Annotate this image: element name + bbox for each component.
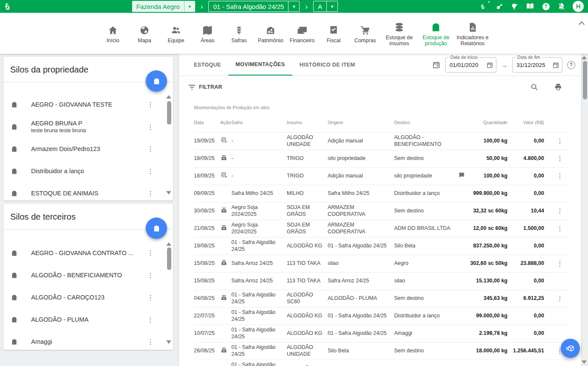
kebab-menu[interactable]	[147, 166, 154, 176]
calendar-icon[interactable]	[552, 61, 559, 69]
silo-list-item[interactable]: ESTOQUE DE ANIMAIS	[3, 182, 166, 199]
action-icon-cell	[220, 279, 231, 283]
kebab-menu[interactable]	[147, 315, 154, 324]
key-icon[interactable]	[494, 2, 503, 11]
nav-item-patrimonio[interactable]: Patrimônio	[255, 23, 286, 44]
filter-row: FILTRAR	[179, 76, 581, 98]
kebab-menu[interactable]	[556, 171, 564, 181]
silo-list-item[interactable]: Distribuidor a lanço	[3, 160, 166, 182]
kebab-menu[interactable]	[556, 137, 564, 146]
lightbulb-tips-icon[interactable]	[510, 2, 519, 11]
kebab-menu[interactable]	[556, 206, 564, 216]
silo-icon	[10, 338, 18, 346]
home-icon	[107, 23, 118, 36]
nav-item-estoque-producao[interactable]: Estoque de produção	[418, 20, 454, 46]
new-aegro-item-icon[interactable]: ∂+	[478, 2, 487, 11]
receipt-icon	[328, 23, 339, 36]
silo-list-item[interactable]: AEGRO BRUNA P teste bruna teste bruna	[3, 116, 166, 138]
unit-select[interactable]: A	[313, 1, 338, 12]
kebab-menu[interactable]	[556, 154, 564, 163]
kebab-menu[interactable]	[147, 100, 154, 109]
silo-list-item[interactable]: ALGODÃO - CAROÇO123	[3, 286, 166, 308]
print-icon[interactable]	[554, 83, 562, 91]
help-icon[interactable]	[541, 2, 551, 11]
table-row: 22/07/25 01 - Safra Algodão 24/25 ALGODÃ…	[194, 307, 569, 325]
kebab-menu[interactable]	[147, 270, 154, 280]
silo-list-item[interactable]: Amaggi	[3, 331, 166, 348]
silo-list-item[interactable]: AEGRO - GIOVANNA TESTE	[3, 93, 166, 116]
aegro-logo-icon: ∂	[5, 2, 9, 11]
table-row: 18/09/25 - TRIGO Adição manual silo prop…	[194, 167, 569, 185]
scroll-up-icon[interactable]	[166, 95, 171, 99]
table-row: 19/09/25 - ALGODÃO UNIDADE Adição manual…	[194, 132, 569, 150]
silo-list-item[interactable]: ALGODÃO - BENEFICIAMENTO	[3, 264, 166, 286]
scale-icon	[220, 154, 228, 161]
comment-icon	[458, 171, 465, 179]
nav-item-inicio[interactable]: Início	[97, 23, 129, 44]
nav-item-safras[interactable]: Safras	[223, 23, 255, 44]
chevron-down-icon[interactable]	[184, 1, 195, 12]
filter-icon	[188, 84, 196, 90]
season-select[interactable]: 01 - Safra Algodão 24/25	[208, 1, 300, 12]
tab-estoque[interactable]: ESTOQUE	[187, 54, 228, 76]
scroll-down-icon[interactable]	[582, 360, 587, 364]
tab-movimentacoes[interactable]: MOVIMENTAÇÕES	[228, 54, 292, 76]
new-movement-button[interactable]	[561, 339, 580, 358]
silo-icon	[10, 316, 18, 324]
search-icon[interactable]	[530, 83, 539, 91]
action-icon-cell	[220, 314, 231, 318]
calendar-icon[interactable]	[432, 61, 441, 69]
card-title: Silos da propriedade	[3, 57, 173, 75]
scale-icon	[220, 294, 228, 301]
globe-icon	[139, 23, 150, 36]
silo-add-icon	[220, 137, 228, 144]
kebab-menu[interactable]	[556, 259, 564, 268]
kebab-menu[interactable]	[556, 224, 564, 233]
chevron-up-icon[interactable]	[579, 21, 585, 27]
user-avatar[interactable]: H	[573, 1, 584, 12]
farm-select[interactable]: Fazenda Aegro	[132, 1, 195, 12]
book-guide-icon[interactable]	[525, 2, 535, 11]
nav-item-compras[interactable]: Compras	[349, 23, 381, 44]
date-start-field[interactable]: Data de início 01/01/2020	[445, 57, 496, 73]
nav-item-equipe[interactable]: Equipe	[160, 23, 192, 44]
date-end-field[interactable]: Data de fim 31/12/2025	[512, 57, 562, 73]
action-icon-cell	[220, 222, 231, 235]
kebab-menu[interactable]	[147, 122, 154, 131]
help-icon[interactable]	[567, 61, 575, 69]
add-silo-button[interactable]	[146, 70, 167, 92]
tab-historico-de-item[interactable]: HISTÓRICO DE ITEM	[292, 54, 362, 76]
chevron-down-icon[interactable]	[288, 1, 299, 12]
calendar-icon[interactable]	[486, 61, 493, 69]
notifications-off-icon[interactable]	[557, 2, 566, 11]
silo-icon	[10, 167, 18, 175]
scroll-down-icon[interactable]	[166, 191, 171, 195]
chevron-down-icon[interactable]	[326, 1, 337, 12]
scrollbar-thumb[interactable]	[167, 101, 171, 125]
add-silo-button[interactable]	[146, 218, 167, 239]
nav-item-areas[interactable]: Áreas	[192, 23, 223, 44]
nav-item-financeiro[interactable]: Financeiro	[286, 23, 318, 44]
nav-item-mapa[interactable]: Mapa	[129, 23, 160, 44]
kebab-menu[interactable]	[147, 337, 154, 346]
silo-list-item[interactable]: AEGRO - GIOVANNA CONTRATO ...	[3, 242, 166, 264]
scrollbar-thumb[interactable]	[583, 61, 587, 99]
scrollbar-thumb[interactable]	[167, 247, 171, 270]
silo-list-item[interactable]: ALGODÃO - PLUMA	[3, 308, 166, 331]
silo-icon	[10, 101, 18, 109]
kebab-menu[interactable]	[147, 189, 154, 198]
silo-list: AEGRO - GIOVANNA TESTE AEGRO BRUNA P tes…	[3, 82, 166, 199]
card-title: Silos de terceiros	[3, 204, 173, 222]
silo-list-item[interactable]: Armazem Dois/Pedro123	[3, 138, 166, 160]
nav-item-indicadores[interactable]: Indicadores e Relatórios	[454, 20, 491, 46]
scroll-up-icon[interactable]	[166, 242, 171, 246]
nav-item-fiscal[interactable]: Fiscal	[318, 23, 349, 44]
kebab-menu[interactable]	[556, 294, 564, 303]
scroll-down-icon[interactable]	[166, 340, 171, 344]
nav-item-estoque-insumos[interactable]: Estoque de insumos	[381, 20, 418, 46]
scroll-up-icon[interactable]	[582, 56, 587, 59]
kebab-menu[interactable]	[147, 248, 154, 258]
kebab-menu[interactable]	[147, 293, 154, 302]
kebab-menu[interactable]	[147, 144, 154, 154]
filter-button[interactable]: FILTRAR	[188, 84, 222, 90]
